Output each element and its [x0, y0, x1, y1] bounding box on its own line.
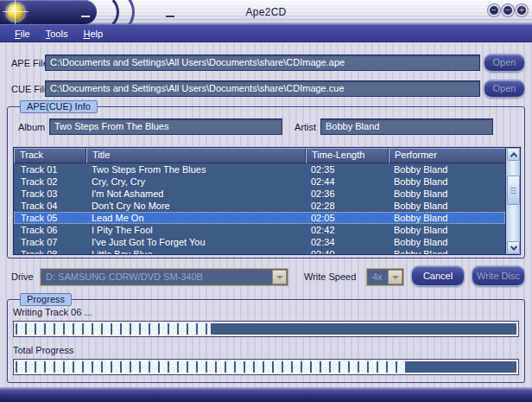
cell-performer: Bobby Bland	[389, 248, 505, 254]
minimize-button[interactable]: −	[488, 4, 500, 16]
artist-input[interactable]: Bobby Bland	[320, 118, 493, 135]
cell-performer: Bobby Bland	[389, 163, 505, 175]
cell-performer: Bobby Bland	[389, 200, 505, 212]
progress-group-label: Progress	[20, 293, 72, 306]
menu-file[interactable]: File	[7, 27, 38, 41]
cue-open-button[interactable]: Open	[484, 80, 525, 98]
cell-performer: Bobby Bland	[389, 236, 505, 248]
cell-time-length: 02:28	[306, 200, 389, 212]
window-controls: − − +	[488, 4, 528, 16]
window-title: Ape2CD	[0, 6, 532, 18]
artist-label: Artist	[294, 122, 316, 132]
maximize-button[interactable]: −	[502, 4, 514, 16]
scroll-up-button[interactable]	[507, 148, 520, 161]
total-progress-track	[16, 361, 516, 373]
table-row[interactable]: Track 01 Two Steps From The Blues 02:35 …	[14, 163, 505, 175]
scroll-up-icon	[510, 152, 516, 159]
cell-track: Track 08	[14, 248, 86, 254]
cancel-button[interactable]: Cancel	[411, 265, 465, 286]
scroll-down-button[interactable]	[507, 241, 520, 254]
cell-title: Little Boy Blue	[86, 248, 306, 254]
progress-status-text: Writing Track 06 ...	[13, 307, 92, 317]
ape-cue-info-group-label: APE(CUE) Info	[20, 100, 98, 113]
total-progress-bar	[13, 359, 519, 375]
dropdown-arrow-icon	[276, 276, 283, 279]
close-button[interactable]: +	[516, 4, 528, 16]
bottom-skin-bar	[0, 387, 532, 402]
cell-track: Track 02	[14, 175, 86, 188]
drive-dropdown-button[interactable]	[272, 270, 287, 284]
scroll-down-icon	[510, 243, 516, 250]
write-speed-select[interactable]: 4x	[366, 268, 404, 286]
track-list-body: Track 01 Two Steps From The Blues 02:35 …	[14, 163, 505, 254]
column-header-time-length[interactable]: Time-Length	[306, 148, 389, 163]
ape-cue-info-group: APE(CUE) Info Album Two Steps From The B…	[7, 106, 525, 258]
total-progress-label: Total Progress	[13, 345, 73, 355]
write-disc-button[interactable]: Write Disc	[472, 265, 525, 286]
drive-label: Drive	[11, 271, 34, 282]
cell-performer: Bobby Bland	[389, 212, 505, 224]
write-speed-dropdown-button[interactable]	[388, 270, 402, 284]
column-header-track[interactable]: Track	[14, 148, 86, 163]
cell-performer: Bobby Bland	[389, 188, 505, 200]
table-row[interactable]: Track 06 I Pity The Fool 02:42 Bobby Bla…	[14, 224, 505, 236]
track-progress-track	[16, 323, 516, 335]
cell-title: Two Steps From The Blues	[86, 163, 306, 175]
track-list-scrollbar[interactable]	[505, 148, 520, 254]
client-area: APE File C:\Documents and Settings\All U…	[0, 43, 532, 387]
total-progress-fill	[16, 361, 406, 373]
cell-title: I Pity The Fool	[86, 224, 306, 236]
ape-file-label: APE File	[11, 58, 48, 68]
ape-file-input[interactable]: C:\Documents and Settings\All Users\Docu…	[45, 54, 480, 71]
scrollbar-thumb[interactable]	[507, 175, 520, 205]
table-row[interactable]: Track 08 Little Boy Blue 02:40 Bobby Bla…	[14, 248, 505, 254]
table-row[interactable]: Track 02 Cry, Cry, Cry 02:44 Bobby Bland	[14, 175, 505, 188]
menu-help[interactable]: Help	[75, 27, 111, 41]
titlebar[interactable]: Ape2CD − − +	[0, 0, 532, 24]
cell-track: Track 05	[14, 212, 86, 224]
cell-time-length: 02:36	[306, 188, 389, 200]
track-progress-fill	[16, 323, 211, 335]
cell-performer: Bobby Bland	[389, 175, 505, 188]
cell-title: Cry, Cry, Cry	[86, 175, 306, 188]
table-row[interactable]: Track 04 Don't Cry No More 02:28 Bobby B…	[14, 200, 505, 212]
cell-time-length: 02:35	[306, 163, 389, 175]
cell-track: Track 04	[14, 200, 86, 212]
cell-time-length: 02:42	[306, 224, 389, 236]
column-header-performer[interactable]: Performer	[389, 148, 507, 163]
album-input[interactable]: Two Steps From The Blues	[49, 118, 282, 135]
progress-group: Progress Writing Track 06 ... Total Prog…	[7, 299, 525, 383]
cell-time-length: 02:05	[306, 212, 389, 224]
menu-tools[interactable]: Tools	[38, 27, 76, 41]
write-speed-label: Write Speed	[304, 271, 356, 282]
menubar: File Tools Help	[0, 24, 532, 42]
album-label: Album	[18, 122, 45, 132]
drive-select[interactable]: D: SAMSUNG CDRW/DVD SM-340B	[40, 268, 288, 286]
track-list: Track Title Time-Length Performer Track …	[13, 147, 521, 255]
cell-performer: Bobby Bland	[389, 224, 505, 236]
dropdown-arrow-icon	[392, 276, 399, 279]
table-row[interactable]: Track 03 I'm Not Ashamed 02:36 Bobby Bla…	[14, 188, 505, 200]
cell-track: Track 03	[14, 188, 86, 200]
track-list-header: Track Title Time-Length Performer	[14, 148, 520, 163]
app-window: Ape2CD − − + File Tools Help APE File C:…	[0, 0, 532, 402]
cell-track: Track 06	[14, 224, 86, 236]
ape-open-button[interactable]: Open	[484, 54, 525, 72]
cue-file-input[interactable]: C:\Documents and Settings\All Users\Docu…	[45, 80, 480, 97]
table-row[interactable]: Track 05 Lead Me On 02:05 Bobby Bland	[14, 212, 505, 224]
cell-track: Track 07	[14, 236, 86, 248]
write-speed-value: 4x	[372, 271, 383, 282]
cell-title: Don't Cry No More	[86, 200, 306, 212]
table-row[interactable]: Track 07 I've Just Got To Forget You 02:…	[14, 236, 505, 248]
cell-title: I've Just Got To Forget You	[86, 236, 306, 248]
cue-file-label: CUE File	[11, 84, 49, 94]
cell-title: Lead Me On	[86, 212, 306, 224]
track-progress-bar	[13, 321, 519, 337]
column-header-title[interactable]: Title	[86, 148, 306, 163]
drive-select-value: D: SAMSUNG CDRW/DVD SM-340B	[46, 271, 203, 282]
cell-time-length: 02:40	[306, 248, 389, 254]
cell-time-length: 02:34	[306, 236, 389, 248]
cell-title: I'm Not Ashamed	[86, 188, 306, 200]
cell-track: Track 01	[14, 163, 86, 175]
cell-time-length: 02:44	[306, 175, 389, 188]
